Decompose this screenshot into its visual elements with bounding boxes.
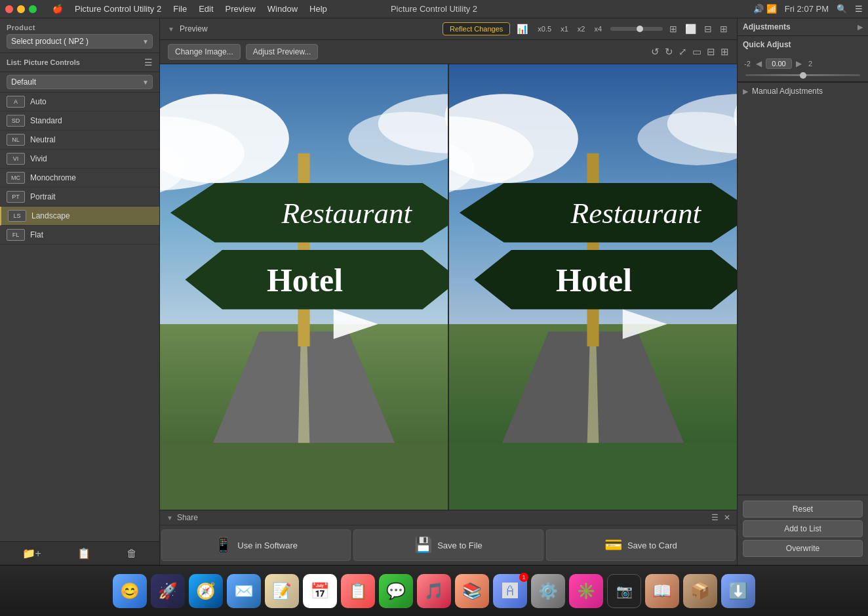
sidebar-product-section: Product Select product ( NP2 ) ▼ <box>0 18 159 53</box>
layout-icon-1[interactable]: ⊞ <box>668 22 679 35</box>
sidebar-item-landscape[interactable]: LS Landscape <box>0 207 159 226</box>
list-menu-icon[interactable]: ☰ <box>144 57 153 68</box>
maximize-button[interactable] <box>29 5 37 13</box>
sidebar-item-vivid[interactable]: VI Vivid <box>0 150 159 169</box>
menu-extra-icon[interactable]: ☰ <box>855 4 863 14</box>
save-to-file-label: Save to File <box>437 541 483 550</box>
item-badge-standard: SD <box>7 115 25 127</box>
default-select[interactable]: Default <box>7 75 153 89</box>
frame-icon[interactable]: ▭ <box>692 46 701 58</box>
road-sign-svg-right: Restaurant Hotel <box>449 64 737 510</box>
titlebar: 🍎 Picture Control Utility 2 File Edit Pr… <box>0 0 868 18</box>
new-item-button[interactable]: 📁+ <box>17 546 47 561</box>
item-badge-monochrome: MC <box>7 172 25 184</box>
zoom-x05-btn[interactable]: x0.5 <box>534 24 555 33</box>
dock-music[interactable]: 🎵 <box>417 574 451 608</box>
layout-icon-3[interactable]: ⊟ <box>703 22 713 35</box>
dock-appstore[interactable]: 🅰 1 <box>493 574 527 608</box>
delete-item-button[interactable]: 🗑 <box>121 546 142 561</box>
menu-apple[interactable]: 🍎 <box>47 4 68 14</box>
reflect-changes-button[interactable]: Reflect Changes <box>443 22 510 35</box>
layout-icon-2[interactable]: ⬜ <box>684 22 698 35</box>
overwrite-button[interactable]: Overwrite <box>743 540 863 557</box>
item-label-standard: Standard <box>30 116 62 125</box>
main-content: ▼ Preview Reflect Changes 📊 x0.5 x1 x2 x… <box>160 18 737 565</box>
fullscreen-icon[interactable]: ⤢ <box>679 46 687 58</box>
qa-right-arrow[interactable]: ▶ <box>796 59 802 68</box>
search-icon[interactable]: 🔍 <box>837 4 847 14</box>
sidebar-item-neutral[interactable]: NL Neutral <box>0 131 159 150</box>
use-in-software-button[interactable]: 📱 Use in Software <box>161 529 351 561</box>
redo-icon[interactable]: ↻ <box>665 46 673 58</box>
product-select[interactable]: Select product ( NP2 ) <box>7 34 153 49</box>
list-label: List: Picture Controls <box>7 58 80 66</box>
dock-pinwheel[interactable]: ✳️ <box>569 574 603 608</box>
zoom-x4-btn[interactable]: x4 <box>591 24 605 33</box>
dock-settings[interactable]: ⚙️ <box>531 574 565 608</box>
dock-nikon[interactable]: 📷 <box>607 574 641 608</box>
use-in-software-icon: 📱 <box>214 537 232 554</box>
quick-adjust-header[interactable]: Quick Adjust <box>738 36 868 53</box>
sidebar-item-monochrome[interactable]: MC Monochrome <box>0 169 159 188</box>
dock-launchpad[interactable]: 🚀 <box>151 574 185 608</box>
sidebar-item-auto[interactable]: A Auto <box>0 92 159 112</box>
zoom-x1-btn[interactable]: x1 <box>557 24 572 33</box>
menu-window[interactable]: Window <box>262 4 303 14</box>
dock-calendar[interactable]: 📅 <box>303 574 337 608</box>
share-collapse-arrow[interactable]: ▼ <box>167 514 173 522</box>
dock-mail[interactable]: ✉️ <box>227 574 261 608</box>
preview-images: Restaurant Hotel <box>160 64 737 510</box>
add-to-list-button[interactable]: Add to List <box>743 520 863 537</box>
preview-image-left: Restaurant Hotel <box>160 64 448 510</box>
save-to-card-button[interactable]: 💳 Save to Card <box>546 529 736 561</box>
menu-preview[interactable]: Preview <box>220 4 261 14</box>
reminders-icon: 📋 <box>348 582 368 600</box>
manual-adjustments-header[interactable]: ▶ Manual Adjustments <box>738 82 868 100</box>
sidebar-item-portrait[interactable]: PT Portrait <box>0 188 159 207</box>
menu-help[interactable]: Help <box>304 4 332 14</box>
grid-icon[interactable]: ⊞ <box>720 46 729 58</box>
dock-reminders[interactable]: 📋 <box>341 574 375 608</box>
svg-text:Restaurant: Restaurant <box>570 197 702 230</box>
safari-icon: 🧭 <box>196 582 216 600</box>
dock-messages[interactable]: 💬 <box>379 574 413 608</box>
dock-ebooks[interactable]: 📖 <box>645 574 679 608</box>
menu-edit[interactable]: Edit <box>193 4 218 14</box>
qa-value-box[interactable]: 0.00 <box>766 58 792 69</box>
dock-download[interactable]: ⬇️ <box>721 574 755 608</box>
qa-track-thumb[interactable] <box>800 72 806 79</box>
preview-collapse-arrow[interactable]: ▼ <box>168 26 174 33</box>
dock-extras[interactable]: 📦 <box>683 574 717 608</box>
dock-notes[interactable]: 📝 <box>265 574 299 608</box>
histogram-icon[interactable]: 📊 <box>515 22 529 35</box>
change-image-button[interactable]: Change Image... <box>168 44 241 60</box>
save-to-file-button[interactable]: 💾 Save to File <box>353 529 543 561</box>
adjustments-header[interactable]: Adjustments ▶ <box>738 18 868 35</box>
dock-finder[interactable]: 😊 <box>113 574 147 608</box>
share-list-icon[interactable]: ☰ <box>711 513 719 522</box>
qa-min-label: -2 <box>743 60 752 68</box>
sidebar-item-standard[interactable]: SD Standard <box>0 112 159 131</box>
road-sign-svg-left: Restaurant Hotel <box>160 64 448 510</box>
minimize-button[interactable] <box>17 5 25 13</box>
messages-icon: 💬 <box>386 582 406 600</box>
qa-left-arrow[interactable]: ◀ <box>756 59 762 68</box>
item-label-monochrome: Monochrome <box>30 173 76 182</box>
layout-icon-4[interactable]: ⊞ <box>719 22 729 35</box>
sidebar-item-flat[interactable]: FL Flat <box>0 226 159 245</box>
dock-safari[interactable]: 🧭 <box>189 574 223 608</box>
menu-app[interactable]: Picture Control Utility 2 <box>69 4 167 14</box>
copy-item-button[interactable]: 📋 <box>72 546 96 561</box>
split-icon[interactable]: ⊟ <box>707 46 715 58</box>
adjust-preview-button[interactable]: Adjust Preview... <box>246 44 319 60</box>
close-button[interactable] <box>5 5 13 13</box>
share-close-icon[interactable]: ✕ <box>724 513 730 522</box>
zoom-slider-thumb[interactable] <box>637 26 643 32</box>
menu-file[interactable]: File <box>168 4 192 14</box>
dock-books[interactable]: 📚 <box>455 574 489 608</box>
preview-controls-right: ↺ ↻ ⤢ ▭ ⊟ ⊞ <box>651 46 729 58</box>
reset-button[interactable]: Reset <box>743 501 863 518</box>
undo-icon[interactable]: ↺ <box>651 46 660 58</box>
sidebar-bottom: 📁+ 📋 🗑 <box>0 541 159 565</box>
zoom-x2-btn[interactable]: x2 <box>574 24 589 33</box>
